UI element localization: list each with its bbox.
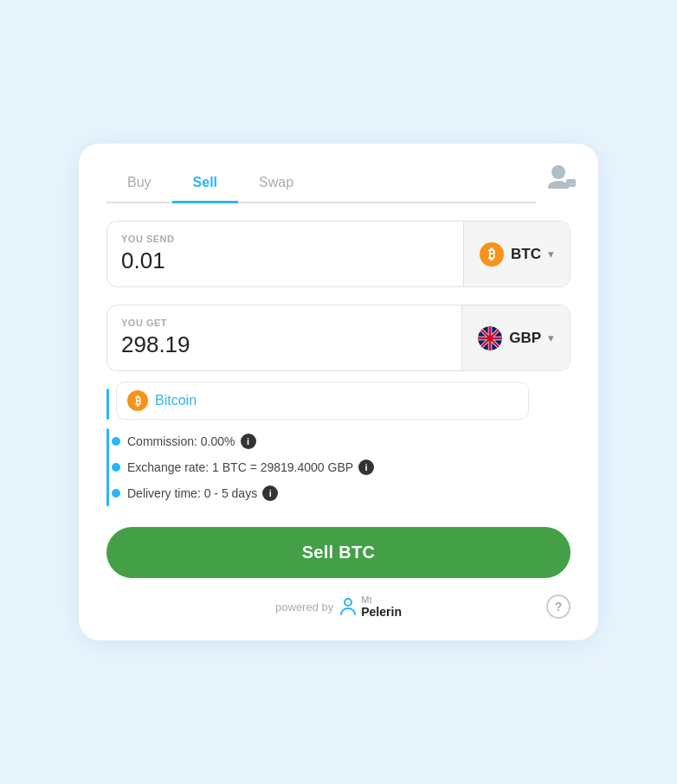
powered-by-label: powered by	[275, 601, 333, 614]
send-currency-dropdown-arrow: ▾	[548, 247, 554, 260]
send-input-area: YOU SEND 0.01	[107, 222, 463, 286]
svg-point-14	[345, 599, 351, 606]
get-currency-select[interactable]: GBP ▾	[461, 305, 570, 370]
exchange-rate-info-icon[interactable]: i	[358, 459, 374, 475]
powered-by-area: powered by Mt Pelerin	[275, 594, 402, 620]
gbp-flag-icon	[478, 326, 502, 350]
details-section: Commission: 0.00% i Exchange rate: 1 BTC…	[106, 428, 571, 506]
bitcoin-selector-row: ₿ Bitcoin	[106, 382, 571, 420]
commission-dot	[112, 437, 120, 446]
footer: powered by Mt Pelerin ?	[106, 594, 571, 620]
get-block: YOU GET 298.19 GBP ▾	[106, 305, 571, 371]
send-value[interactable]: 0.01	[121, 247, 449, 274]
timeline-line	[106, 428, 109, 506]
bitcoin-label: Bitcoin	[155, 393, 197, 408]
profile-button[interactable]: →	[546, 164, 574, 192]
get-currency-label: GBP	[509, 330, 541, 347]
get-label: YOU GET	[121, 318, 448, 328]
tab-sell[interactable]: Sell	[172, 168, 238, 203]
delivery-time-row: Delivery time: 0 - 5 days i	[120, 480, 571, 506]
delivery-time-info-icon[interactable]: i	[262, 485, 278, 501]
delivery-time-dot	[112, 489, 120, 498]
get-value[interactable]: 298.19	[121, 331, 448, 358]
exchange-rate-text: Exchange rate: 1 BTC = 29819.4000 GBP	[127, 460, 353, 474]
mt-pelerin-logo[interactable]: Mt Pelerin	[338, 594, 402, 620]
help-button[interactable]: ?	[546, 594, 571, 619]
tab-buy[interactable]: Buy	[106, 168, 172, 203]
commission-text: Commission: 0.00%	[127, 434, 235, 448]
svg-point-0	[551, 165, 565, 179]
send-label: YOU SEND	[121, 234, 449, 244]
main-card: → Buy Sell Swap YOU SEND 0.01 ₿ BTC ▾ YO…	[79, 144, 598, 640]
svg-text:→: →	[568, 180, 575, 188]
send-currency-select[interactable]: ₿ BTC ▾	[463, 222, 570, 286]
send-block: YOU SEND 0.01 ₿ BTC ▾	[106, 221, 571, 287]
svg-point-1	[548, 181, 569, 189]
get-input-area: YOU GET 298.19	[107, 305, 461, 370]
pelerin-icon	[338, 597, 358, 616]
btc-icon: ₿	[480, 242, 504, 267]
get-currency-dropdown-arrow: ▾	[548, 331, 554, 344]
pelerin-text: Mt Pelerin	[361, 594, 402, 620]
send-currency-label: BTC	[511, 246, 541, 263]
sell-button[interactable]: Sell BTC	[106, 527, 571, 578]
commission-row: Commission: 0.00% i	[120, 428, 571, 454]
tab-bar: Buy Sell Swap	[106, 168, 536, 203]
bitcoin-small-icon: ₿	[127, 390, 148, 411]
delivery-time-text: Delivery time: 0 - 5 days	[127, 486, 257, 500]
exchange-rate-dot	[112, 463, 120, 472]
bitcoin-dropdown[interactable]: ₿ Bitcoin	[116, 382, 529, 420]
profile-area: →	[546, 164, 574, 192]
tab-swap[interactable]: Swap	[238, 168, 314, 203]
commission-info-icon[interactable]: i	[241, 434, 256, 449]
exchange-rate-row: Exchange rate: 1 BTC = 29819.4000 GBP i	[120, 454, 571, 480]
